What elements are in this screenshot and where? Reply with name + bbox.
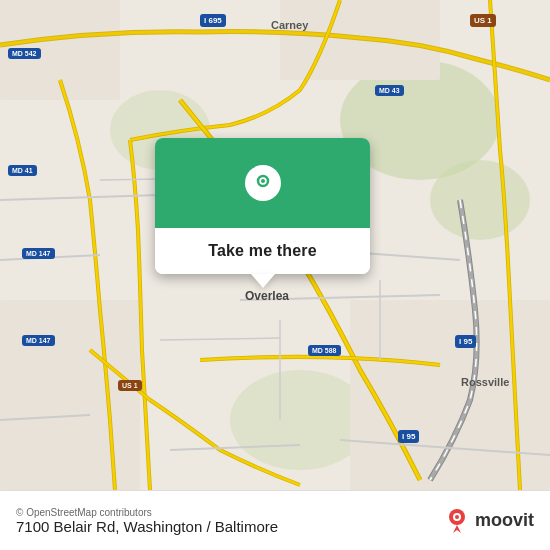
i95-lower-label: I 95 [398,430,419,443]
copyright-text: © OpenStreetMap contributors [16,507,278,518]
svg-point-26 [455,515,459,519]
overlea-label: Overlea [242,288,292,304]
us1-top-label: US 1 [470,14,496,27]
moovit-icon [443,507,471,535]
bottom-bar-left: © OpenStreetMap contributors 7100 Belair… [16,507,278,535]
md41-label: MD 41 [8,165,37,176]
moovit-logo[interactable]: moovit [443,507,534,535]
md147-upper-label: MD 147 [22,248,55,259]
location-popup: Take me there [155,138,370,274]
rossville-label: Rossville [458,375,512,389]
md43-label: MD 43 [375,85,404,96]
address-text: 7100 Belair Rd, Washington / Baltimore [16,518,278,535]
md542-label: MD 542 [8,48,41,59]
svg-point-23 [261,179,265,183]
svg-rect-8 [0,300,140,490]
md588-label: MD 588 [308,345,341,356]
carney-label: Carney [268,18,311,32]
moovit-text: moovit [475,510,534,531]
i695-label: I 695 [200,14,226,27]
map-container: I 695 US 1 MD 542 MD 43 MD 41 MD 147 MD … [0,0,550,490]
bottom-bar: © OpenStreetMap contributors 7100 Belair… [0,490,550,550]
location-pin-icon [253,173,273,193]
map-pin-circle [245,165,281,201]
md147-lower-label: MD 147 [22,335,55,346]
us1-lower-label: US 1 [118,380,142,391]
take-me-there-button[interactable]: Take me there [155,228,370,274]
svg-point-2 [430,160,530,240]
svg-point-4 [230,370,370,470]
popup-header [155,138,370,228]
popup-triangle [251,274,275,288]
i95-upper-label: I 95 [455,335,476,348]
